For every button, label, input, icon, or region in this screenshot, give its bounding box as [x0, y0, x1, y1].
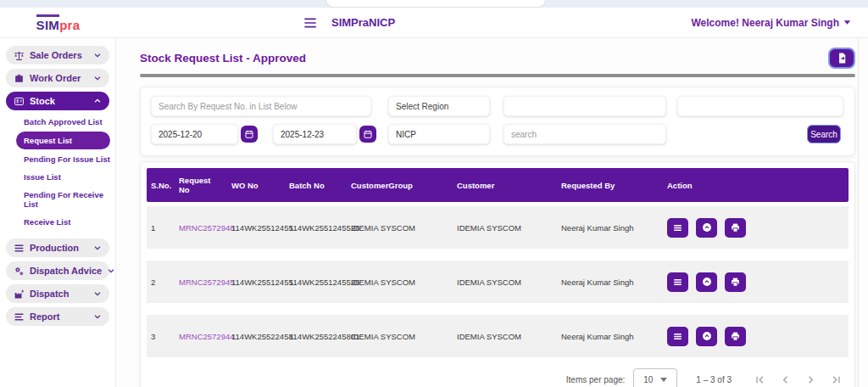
previous-page-button[interactable] [772, 368, 798, 387]
request-table: S.No. Request No WO No Batch No Customer… [140, 161, 855, 387]
last-page-button[interactable] [823, 368, 849, 387]
date-from-input[interactable] [151, 124, 238, 144]
table-row: 2 MRNC2572945 114WK25512455 114WK2551245… [147, 261, 849, 303]
first-page-icon [754, 373, 766, 386]
sidebar-item-dispatch-advice[interactable]: Dispatch Advice [6, 261, 109, 280]
search-button[interactable]: Search [807, 125, 841, 143]
request-no-link[interactable]: MRNC2572944 [179, 332, 234, 341]
date-from-picker-button[interactable] [241, 126, 258, 143]
sidebar-item-issue-list[interactable]: Issue List [0, 168, 115, 186]
factory-icon [14, 289, 25, 300]
chevron-down-icon [93, 312, 102, 321]
sidebar-item-label: Report [30, 311, 59, 322]
plant-select[interactable]: NICP [388, 124, 490, 144]
date-to-input[interactable] [273, 124, 357, 144]
action-print-button[interactable] [725, 327, 746, 346]
export-button[interactable] [828, 48, 855, 69]
action-print-button[interactable] [725, 272, 746, 292]
region-select[interactable]: Select Region [388, 96, 490, 116]
app-header: SIMpra SIMPraNICP Welcome! Neeraj Kumar … [0, 8, 868, 38]
list-icon [672, 222, 683, 233]
sidebar-item-batch-approved-list[interactable]: Batch Approved List [0, 113, 115, 131]
circle-chevron-up-icon [701, 276, 713, 288]
sidebar-item-label: Sale Orders [30, 50, 82, 60]
paginator: Items per page: 10 1 – 3 of 3 [147, 364, 849, 387]
logo-pra: pra [59, 18, 80, 32]
sidebar-item-dispatch[interactable]: Dispatch [6, 284, 109, 303]
list-icon [14, 243, 25, 254]
items-per-page-label: Items per page: [566, 375, 625, 384]
cell-customer-group: IDEMIA SYSCOM [347, 278, 453, 287]
chevron-down-icon [93, 244, 102, 252]
printer-icon [730, 277, 741, 288]
action-details-button[interactable] [667, 327, 688, 346]
action-upload-button[interactable] [696, 218, 717, 238]
printer-icon [730, 331, 741, 342]
search-input[interactable] [504, 124, 666, 144]
column-header-requested-by: Requested By [557, 181, 663, 190]
app-title: SIMPraNICP [331, 16, 395, 29]
cell-wo-no: 114WK25512455 [227, 223, 285, 233]
sidebar-item-label: Dispatch Advice [30, 266, 102, 276]
logo[interactable]: SIMpra [0, 8, 116, 37]
cell-customer: IDEMIA SYSCOM [453, 332, 557, 341]
cell-sno: 3 [147, 332, 175, 341]
file-export-icon [836, 52, 849, 64]
first-page-button[interactable] [747, 368, 772, 387]
gears-icon [14, 266, 25, 277]
chevron-down-icon [843, 20, 851, 25]
column-header-wo-no: WO No [227, 181, 285, 190]
cell-wo-no: 114WK25512455 [227, 278, 285, 287]
menu-toggle-icon[interactable] [303, 17, 317, 29]
cell-customer-group: IDEMIA SYSCOM [347, 223, 453, 233]
sidebar: Sale Orders Work Order Stock Batch Appro… [0, 38, 116, 387]
action-details-button[interactable] [667, 272, 688, 292]
calendar-icon [363, 129, 373, 139]
cell-requested-by: Neeraj Kumar Singh [557, 223, 663, 233]
filter-field-3[interactable] [504, 96, 666, 116]
title-divider [140, 74, 855, 77]
scale-icon [14, 50, 25, 61]
stock-submenu: Batch Approved List Request List Pending… [0, 110, 115, 234]
sidebar-item-report[interactable]: Report [6, 307, 109, 326]
circle-chevron-up-icon [701, 222, 713, 233]
request-no-search-input[interactable] [151, 96, 371, 116]
user-menu[interactable]: Welcome! Neeraj Kumar Singh [692, 17, 852, 29]
list-icon [672, 277, 683, 288]
date-to-picker-button[interactable] [359, 126, 376, 143]
filter-field-4[interactable] [677, 96, 843, 116]
circle-chevron-up-icon [701, 330, 713, 342]
action-upload-button[interactable] [696, 272, 717, 292]
cell-requested-by: Neeraj Kumar Singh [557, 278, 663, 287]
sidebar-item-pending-for-receive-list[interactable]: Pending For Receive List [0, 186, 115, 213]
table-row: 3 MRNC2572944 114WK25522458 114WK2552245… [147, 315, 849, 357]
action-details-button[interactable] [667, 218, 688, 238]
sidebar-item-label: Dispatch [30, 289, 69, 299]
sidebar-item-receive-list[interactable]: Receive List [0, 213, 115, 231]
cell-sno: 2 [147, 278, 175, 287]
sidebar-item-pending-for-issue-list[interactable]: Pending For Issue List [0, 150, 115, 168]
chevron-up-icon [93, 97, 102, 105]
sidebar-item-label: Work Order [30, 73, 81, 83]
sidebar-item-label: Production [30, 243, 79, 253]
content-right-divider [858, 38, 859, 387]
next-page-button[interactable] [798, 368, 823, 387]
sidebar-item-stock[interactable]: Stock [6, 92, 109, 110]
request-no-link[interactable]: MRNC2572948 [179, 223, 234, 233]
items-per-page-value: 10 [643, 375, 653, 384]
chevron-down-icon [93, 289, 102, 298]
last-page-icon [830, 373, 843, 386]
request-no-link[interactable]: MRNC2572945 [179, 278, 234, 287]
sidebar-item-sale-orders[interactable]: Sale Orders [6, 46, 109, 64]
sidebar-item-production[interactable]: Production [6, 238, 109, 257]
action-upload-button[interactable] [696, 327, 717, 346]
cell-wo-no: 114WK25522458 [227, 332, 285, 341]
sidebar-item-work-order[interactable]: Work Order [6, 69, 109, 87]
action-print-button[interactable] [725, 218, 746, 238]
page-title: Stock Request List - Approved [140, 52, 306, 64]
page-range-label: 1 – 3 of 3 [696, 375, 732, 384]
chevron-down-icon [107, 266, 115, 275]
items-per-page-select[interactable]: 10 [633, 368, 677, 387]
sidebar-item-request-list[interactable]: Request List [16, 132, 110, 149]
column-header-request-no: Request No [175, 176, 227, 194]
